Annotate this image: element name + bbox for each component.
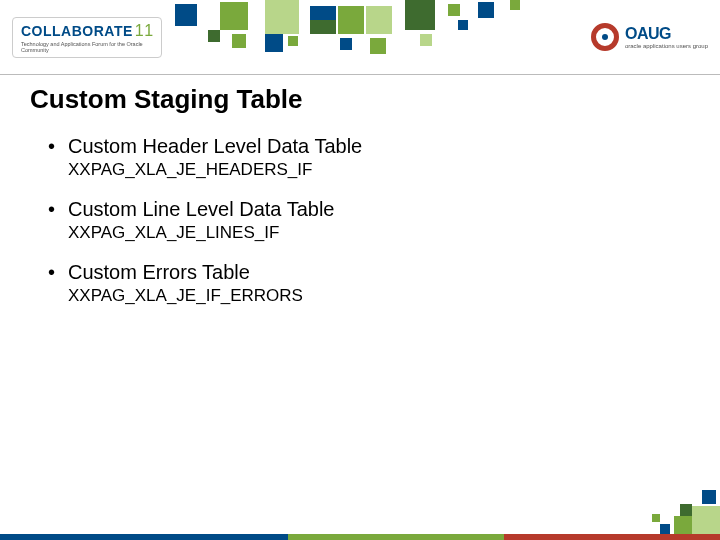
bullet-sub: XXPAG_XLA_JE_HEADERS_IF: [68, 160, 690, 180]
bullet-list: • Custom Header Level Data Table XXPAG_X…: [30, 135, 690, 306]
bullet-sub: XXPAG_XLA_JE_LINES_IF: [68, 223, 690, 243]
oaug-ring-icon: [591, 23, 619, 51]
oaug-brand: OAUG: [625, 26, 708, 42]
header-divider: [0, 74, 720, 75]
logo-tagline: Technology and Applications Forum for th…: [21, 41, 153, 53]
bullet-label: Custom Line Level Data Table: [68, 198, 334, 221]
bullet-item: • Custom Line Level Data Table XXPAG_XLA…: [48, 198, 690, 243]
bullet-label: Custom Header Level Data Table: [68, 135, 362, 158]
bullet-item: • Custom Errors Table XXPAG_XLA_JE_IF_ER…: [48, 261, 690, 306]
bullet-item: • Custom Header Level Data Table XXPAG_X…: [48, 135, 690, 180]
bullet-icon: •: [48, 136, 68, 156]
logo-year: 11: [135, 22, 154, 39]
footer-stripe: [0, 534, 720, 540]
footer-squares-decoration: [600, 474, 720, 534]
bullet-icon: •: [48, 262, 68, 282]
bullet-label: Custom Errors Table: [68, 261, 250, 284]
oaug-sub: oracle applications users group: [625, 43, 708, 49]
logo-main-text: COLLABORATE: [21, 23, 133, 39]
bullet-icon: •: [48, 199, 68, 219]
bullet-sub: XXPAG_XLA_JE_IF_ERRORS: [68, 286, 690, 306]
header-band: COLLABORATE11 Technology and Application…: [0, 0, 720, 74]
oaug-logo: OAUG oracle applications users group: [591, 23, 708, 51]
collaborate-logo: COLLABORATE11 Technology and Application…: [12, 17, 162, 58]
slide-content: Custom Staging Table • Custom Header Lev…: [30, 84, 690, 324]
slide-title: Custom Staging Table: [30, 84, 690, 115]
